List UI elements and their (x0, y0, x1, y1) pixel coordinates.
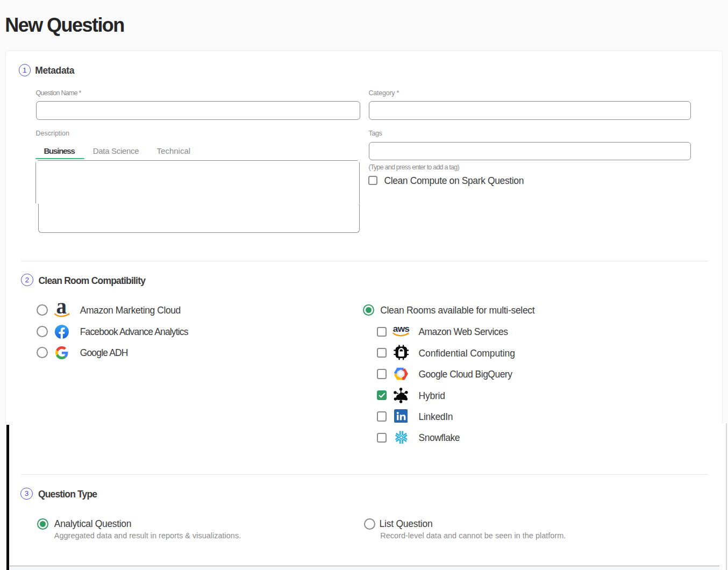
svg-text:aws: aws (393, 324, 410, 334)
